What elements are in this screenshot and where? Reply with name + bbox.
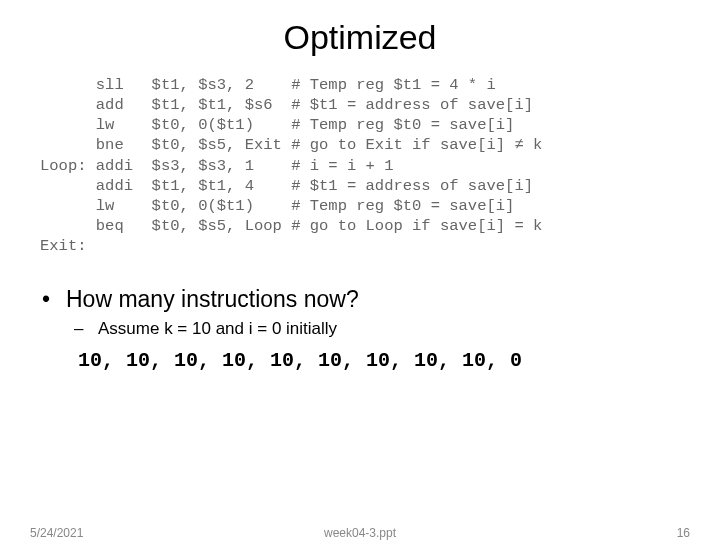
answer-sequence: 10, 10, 10, 10, 10, 10, 10, 10, 10, 0 xyxy=(0,339,720,372)
bullet-level1: How many instructions now? xyxy=(42,286,720,313)
bullet-list: How many instructions now? Assume k = 10… xyxy=(0,256,720,339)
slide: Optimized sll $t1, $s3, 2 # Temp reg $t1… xyxy=(0,0,720,540)
code-listing: sll $t1, $s3, 2 # Temp reg $t1 = 4 * i a… xyxy=(0,65,720,256)
bullet-level2: Assume k = 10 and i = 0 initially xyxy=(74,319,720,339)
slide-title: Optimized xyxy=(0,0,720,65)
footer-filename: week04-3.ppt xyxy=(0,526,720,540)
footer-page-number: 16 xyxy=(677,526,690,540)
